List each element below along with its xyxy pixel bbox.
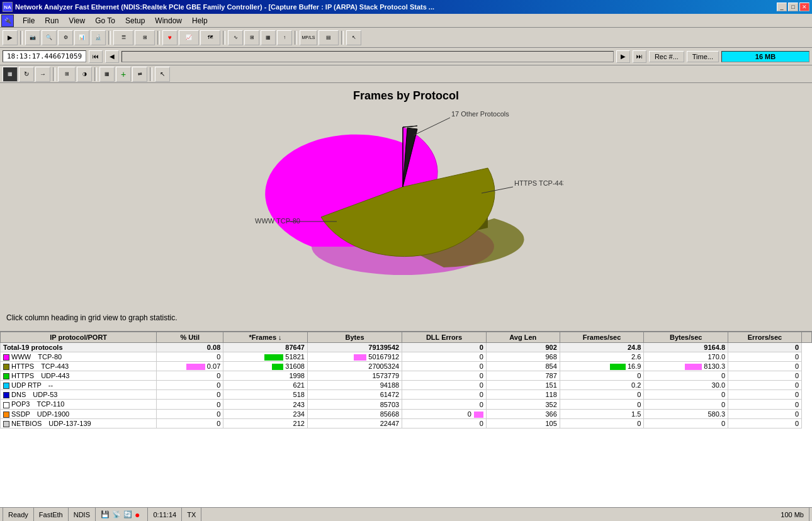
cell-dll: 0 [402,362,487,371]
cell-eps: 0 [728,371,802,381]
tb2-refresh[interactable]: ↻ [19,67,34,82]
tb-capture[interactable]: 📷 [25,30,40,45]
cell-eps: 0 [728,418,802,428]
table-row[interactable]: POP3 TCP-1100243857030352000 [1,400,812,409]
col-frames[interactable]: *Frames ↓ [223,332,308,343]
tb-settings[interactable]: ⚙ [58,30,73,45]
sep2 [108,31,111,45]
time-button[interactable]: Time... [687,51,719,62]
table-row[interactable]: DNS UDP-530518614720118000 [1,390,812,400]
tb-data[interactable]: ▦ [261,30,276,45]
table-row[interactable]: Total-19 protocols0.08876477913954209022… [1,343,812,352]
tb-filter[interactable]: 🔍 [42,30,57,45]
status-speed: 100 Mb [775,508,809,521]
cell-bytes: 22447 [307,418,402,428]
menu-window[interactable]: Window [150,15,187,26]
tb-upload[interactable]: ↑ [277,30,292,45]
tb2-table2[interactable]: ▦ [99,67,115,82]
tb2-pie[interactable]: ◑ [77,67,92,82]
maximize-button[interactable]: □ [788,3,798,11]
tb-proto[interactable]: ☰ [113,30,133,45]
tb-chart[interactable]: 📈 [179,30,199,45]
table-row[interactable]: NETBIOS UDP-137-1390212224470105000 [1,418,812,428]
tb-table[interactable]: ▤ [319,30,339,45]
cell-bps: 580.3 [644,409,728,418]
tb2-cursor[interactable]: ↖ [155,67,170,82]
sep9 [150,67,152,81]
col-bps[interactable]: Bytes/sec [644,332,728,343]
table-row[interactable]: HTTPS TCP-443 0.07 31608270053240854 16.… [1,362,812,371]
pie-chart: 17 Other Protocols HTTPS TCP-443 WWW TCP… [249,111,563,313]
col-fps[interactable]: Frames/sec [560,332,644,343]
tb-stats[interactable]: 📊 [74,30,89,45]
title-bar: NA Network Analyzer Fast Ethernet (NDIS:… [0,0,812,14]
cell-protocol: UDP RTP -- [1,381,157,390]
tb-decode[interactable]: 🔬 [91,30,106,45]
cell-avglen: 902 [486,343,560,352]
tb-heart[interactable]: ♥ [162,30,178,45]
col-bytes[interactable]: Bytes [307,332,402,343]
tb-map[interactable]: 🗺 [200,30,220,45]
cell-bps: 0 [644,390,728,400]
tb-net[interactable]: ⊞ [244,30,259,45]
menu-help[interactable]: Help [187,15,213,26]
col-protocol[interactable]: IP protocol/PORT [1,332,157,343]
timestamp-display: 18:13:17.446671059 [3,50,86,62]
cell-util: 0.07 [157,362,223,371]
rec-button[interactable]: Rec #... [649,51,684,62]
table-row[interactable]: HTTPS UDP-4430199815737790787000 [1,371,812,381]
cell-bytes: 61472 [307,390,402,400]
tb-wave[interactable]: ∿ [228,30,243,45]
cell-bytes: 50167912 [307,352,402,362]
tb2-config[interactable]: ⇄ [132,67,147,82]
nav-next[interactable]: ▶ [616,50,630,63]
nav-first[interactable]: ⏮ [89,50,103,63]
cell-dll: 0 [402,381,487,390]
cell-dll: 0 [402,343,487,352]
menu-run[interactable]: Run [40,15,64,26]
nav-bar: 18:13:17.446671059 ⏮ ◀ ▶ ⏭ Rec #... Time… [0,48,812,65]
tb-mpls[interactable]: MP/LS [300,30,317,45]
cell-util: 0 [157,381,223,390]
tb2-forward[interactable]: → [35,67,50,82]
menu-file[interactable]: File [18,15,40,26]
menu-setup[interactable]: Setup [120,15,150,26]
col-eps[interactable]: Errors/sec [728,332,802,343]
close-button[interactable]: ✕ [799,3,809,11]
cell-util: 0 [157,352,223,362]
menu-view[interactable]: View [64,15,90,26]
cell-util: 0.08 [157,343,223,352]
tb-cursor[interactable]: ↖ [346,30,361,45]
cell-bytes: 27005324 [307,362,402,371]
menu-goto[interactable]: Go To [90,15,120,26]
tb-grid[interactable]: ⊞ [135,30,155,45]
tb2-grid[interactable]: ▦ [3,67,18,82]
data-grid[interactable]: IP protocol/PORT % Util *Frames ↓ Bytes … [0,332,812,507]
minimize-button[interactable]: _ [777,3,787,11]
table-row[interactable]: WWW TCP-800 51821 5016791209682.6170.00 [1,352,812,362]
cell-bps: 9164.8 [644,343,728,352]
table-row[interactable]: UDP RTP --06219418801510.230.00 [1,381,812,390]
app-menu-icon: 🔌 [1,14,14,27]
table-row[interactable]: SSDP UDP-190002348566803661.5580.30 [1,409,812,418]
nav-prev[interactable]: ◀ [105,50,119,63]
tb-run[interactable]: ▶ [3,30,18,45]
col-dllerrors[interactable]: DLL Errors [402,332,487,343]
col-avglen[interactable]: Avg Len [486,332,560,343]
tb2-add[interactable]: + [116,67,131,82]
cell-bytes: 85668 [307,409,402,418]
cell-util: 0 [157,418,223,428]
nav-last[interactable]: ⏭ [633,50,646,63]
cell-bps: 0 [644,418,728,428]
cell-bps: 30.0 [644,381,728,390]
tb2-addr[interactable]: ⊞ [58,67,76,82]
sep1 [20,31,23,45]
menu-bar: 🔌 File Run View Go To Setup Window Help [0,14,812,28]
cell-fps: 16.9 [560,362,644,371]
cell-fps: 2.6 [560,352,644,362]
cell-avglen: 854 [486,362,560,371]
col-util[interactable]: % Util [157,332,223,343]
col-scroll [802,332,812,343]
cell-dll: 0 [402,371,487,381]
nav-slider-track[interactable] [121,51,614,62]
